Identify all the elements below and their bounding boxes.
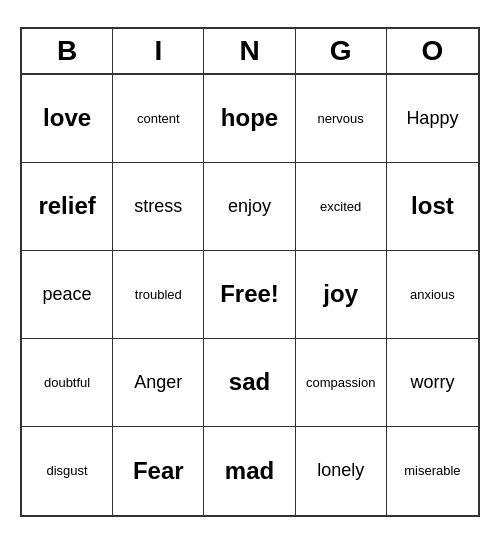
cell-text-23: lonely bbox=[317, 460, 364, 482]
bingo-cell-14: anxious bbox=[387, 251, 478, 339]
bingo-cell-18: compassion bbox=[296, 339, 387, 427]
bingo-cell-3: nervous bbox=[296, 75, 387, 163]
cell-text-2: hope bbox=[221, 104, 278, 133]
cell-text-17: sad bbox=[229, 368, 270, 397]
cell-text-0: love bbox=[43, 104, 91, 133]
bingo-cell-6: stress bbox=[113, 163, 204, 251]
bingo-cell-7: enjoy bbox=[204, 163, 295, 251]
cell-text-22: mad bbox=[225, 457, 274, 486]
cell-text-14: anxious bbox=[410, 287, 455, 303]
cell-text-13: joy bbox=[323, 280, 358, 309]
cell-text-18: compassion bbox=[306, 375, 375, 391]
bingo-card: BINGO lovecontenthopenervousHappyreliefs… bbox=[20, 27, 480, 517]
header-letter-i: I bbox=[113, 29, 204, 73]
bingo-cell-15: doubtful bbox=[22, 339, 113, 427]
bingo-cell-22: mad bbox=[204, 427, 295, 515]
header-letter-g: G bbox=[296, 29, 387, 73]
cell-text-7: enjoy bbox=[228, 196, 271, 218]
bingo-grid: lovecontenthopenervousHappyreliefstresse… bbox=[22, 75, 478, 515]
header-letter-b: B bbox=[22, 29, 113, 73]
cell-text-20: disgust bbox=[46, 463, 87, 479]
bingo-cell-24: miserable bbox=[387, 427, 478, 515]
bingo-cell-8: excited bbox=[296, 163, 387, 251]
bingo-cell-16: Anger bbox=[113, 339, 204, 427]
bingo-cell-13: joy bbox=[296, 251, 387, 339]
header-letter-n: N bbox=[204, 29, 295, 73]
bingo-cell-9: lost bbox=[387, 163, 478, 251]
bingo-cell-12: Free! bbox=[204, 251, 295, 339]
cell-text-19: worry bbox=[410, 372, 454, 394]
bingo-cell-23: lonely bbox=[296, 427, 387, 515]
bingo-cell-21: Fear bbox=[113, 427, 204, 515]
bingo-cell-4: Happy bbox=[387, 75, 478, 163]
cell-text-4: Happy bbox=[406, 108, 458, 130]
bingo-cell-5: relief bbox=[22, 163, 113, 251]
bingo-cell-20: disgust bbox=[22, 427, 113, 515]
cell-text-15: doubtful bbox=[44, 375, 90, 391]
bingo-cell-2: hope bbox=[204, 75, 295, 163]
cell-text-21: Fear bbox=[133, 457, 184, 486]
bingo-cell-0: love bbox=[22, 75, 113, 163]
cell-text-24: miserable bbox=[404, 463, 460, 479]
cell-text-3: nervous bbox=[318, 111, 364, 127]
bingo-cell-1: content bbox=[113, 75, 204, 163]
cell-text-6: stress bbox=[134, 196, 182, 218]
cell-text-16: Anger bbox=[134, 372, 182, 394]
cell-text-8: excited bbox=[320, 199, 361, 215]
cell-text-12: Free! bbox=[220, 280, 279, 309]
bingo-cell-10: peace bbox=[22, 251, 113, 339]
cell-text-11: troubled bbox=[135, 287, 182, 303]
bingo-header: BINGO bbox=[22, 29, 478, 75]
cell-text-9: lost bbox=[411, 192, 454, 221]
cell-text-10: peace bbox=[43, 284, 92, 306]
cell-text-1: content bbox=[137, 111, 180, 127]
cell-text-5: relief bbox=[38, 192, 95, 221]
bingo-cell-19: worry bbox=[387, 339, 478, 427]
bingo-cell-17: sad bbox=[204, 339, 295, 427]
header-letter-o: O bbox=[387, 29, 478, 73]
bingo-cell-11: troubled bbox=[113, 251, 204, 339]
